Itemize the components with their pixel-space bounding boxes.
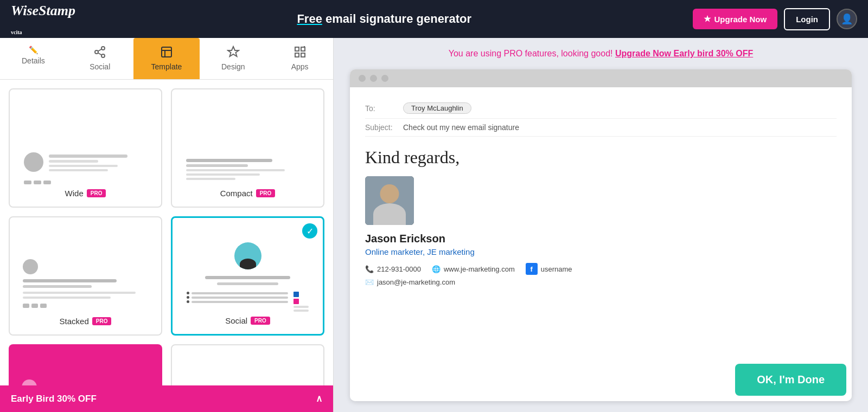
facebook-username: username (541, 265, 572, 273)
email-value: jason@je-marketing.com (377, 278, 455, 286)
sig-row-1: 📞 212-931-0000 🌐 www.je-marketing.com f … (365, 263, 837, 275)
svg-rect-8 (295, 47, 299, 51)
wide-label-text: Wide (65, 189, 84, 198)
template-card-compact[interactable]: Compact PRO (171, 88, 324, 208)
template-preview-social (181, 237, 314, 312)
svg-rect-10 (295, 53, 299, 57)
compact-pro-badge: PRO (256, 189, 276, 197)
signature-contact: 📞 212-931-0000 🌐 www.je-marketing.com f … (365, 263, 837, 286)
svg-point-2 (101, 54, 105, 57)
template-preview-wide (18, 147, 152, 184)
ok-done-button[interactable]: OK, I'm Done (735, 364, 846, 396)
sig-phone: 📞 212-931-0000 (365, 265, 421, 273)
wide-avatar (24, 152, 43, 172)
promo-text: You are using PRO features, looking good… (449, 49, 613, 58)
social-info-line1 (192, 292, 288, 294)
social-extra-line2 (293, 310, 309, 312)
design-icon (227, 46, 240, 60)
early-bird-text: Early Bird 30% OFF (11, 394, 97, 404)
social-avatar (234, 242, 261, 269)
social-extra-line (293, 306, 309, 308)
wide-dot1 (24, 181, 31, 184)
globe-icon: 🌐 (432, 265, 441, 273)
email-preview: To: Troy McLaughlin Subject: Check out m… (350, 69, 852, 401)
to-value: Troy McLaughlin (403, 102, 471, 114)
upgrade-button[interactable]: ★ Upgrade Now (693, 9, 777, 29)
stacked-pro-badge: PRO (92, 317, 112, 325)
template-card-wide[interactable]: Wide PRO (9, 88, 162, 208)
pencil-icon: ✏️ (29, 46, 38, 54)
svg-rect-5 (162, 47, 171, 57)
wide-line4 (49, 169, 108, 171)
bottom-left-avatar (22, 379, 37, 385)
social-info-line2 (192, 297, 288, 299)
template-card-bottom-right[interactable] (171, 344, 324, 385)
wide-line1 (49, 154, 127, 158)
phone-value: 212-931-0000 (377, 265, 421, 273)
stacked-dot2 (31, 304, 38, 308)
apps-icon (293, 46, 307, 60)
compact-line3 (186, 169, 285, 171)
email-subject-field: Subject: Check out my new email signatur… (365, 119, 837, 137)
compact-line1 (186, 159, 272, 162)
template-icon (160, 46, 173, 60)
template-preview-compact (181, 149, 315, 184)
tab-design-label: Design (221, 62, 245, 71)
email-body: To: Troy McLaughlin Subject: Check out m… (350, 87, 852, 401)
svg-line-3 (98, 53, 102, 55)
website-value: www.je-marketing.com (444, 265, 515, 273)
stacked-label: Stacked PRO (60, 317, 112, 326)
early-bird-chevron: ∧ (316, 393, 322, 404)
email-icon: ✉️ (365, 278, 374, 286)
tab-social[interactable]: Social (67, 38, 133, 79)
tab-apps-label: Apps (291, 62, 309, 71)
tab-design[interactable]: Design (200, 38, 266, 79)
compact-line5 (186, 178, 235, 180)
social-name-line (205, 276, 291, 279)
selected-check: ✓ (302, 223, 317, 239)
tab-apps[interactable]: Apps (266, 38, 333, 79)
avatar[interactable]: 👤 (837, 9, 857, 29)
template-card-social[interactable]: ✓ (171, 216, 324, 336)
tab-template-label: Template (151, 62, 182, 71)
social-label-text: Social (225, 316, 247, 325)
stacked-line4 (23, 297, 111, 299)
traffic-light-1 (359, 75, 366, 82)
tab-details[interactable]: ✏️ Details (0, 38, 67, 79)
signature-photo (365, 176, 414, 225)
social-label: Social PRO (225, 316, 270, 325)
wide-line3 (49, 165, 118, 167)
svg-point-1 (95, 50, 98, 54)
wide-label: Wide PRO (65, 189, 106, 198)
logo: WiseStampvcita (11, 3, 75, 35)
star-icon: ★ (704, 14, 711, 24)
wide-dots (24, 181, 147, 184)
compact-line2 (186, 164, 248, 167)
to-label: To: (365, 104, 398, 113)
tab-template[interactable]: Template (133, 38, 200, 79)
photo-face (365, 176, 414, 225)
stacked-avatar (23, 259, 38, 274)
stacked-line1 (23, 279, 117, 282)
upgrade-label: Upgrade Now (714, 15, 767, 24)
facebook-icon: f (526, 263, 538, 275)
template-card-stacked[interactable]: Stacked PRO (9, 216, 162, 336)
compact-label: Compact PRO (220, 189, 276, 198)
early-bird-banner[interactable]: Early Bird 30% OFF ∧ (0, 385, 333, 412)
template-card-bottom-left[interactable]: Early Bird 30% OFF ∧ (9, 344, 162, 385)
wide-pro-badge: PRO (87, 189, 106, 197)
svg-point-0 (101, 47, 105, 50)
share-icon (93, 46, 106, 60)
header-title-free: Free (297, 12, 322, 25)
signature-title: Online marketer, JE marketing (365, 247, 837, 256)
social-bullet2 (187, 296, 189, 299)
logo-sub: vcita (11, 29, 22, 35)
traffic-light-3 (381, 75, 388, 82)
email-titlebar (350, 69, 852, 87)
templates-grid: Wide PRO Compact PRO (0, 80, 333, 385)
login-button[interactable]: Login (784, 8, 830, 30)
promo-link[interactable]: Upgrade Now Early bird 30% OFF (615, 49, 753, 58)
signature-name: Jason Erickson (365, 233, 837, 245)
social-bullet3 (187, 300, 189, 303)
header: WiseStampvcita Free email signature gene… (0, 0, 868, 38)
